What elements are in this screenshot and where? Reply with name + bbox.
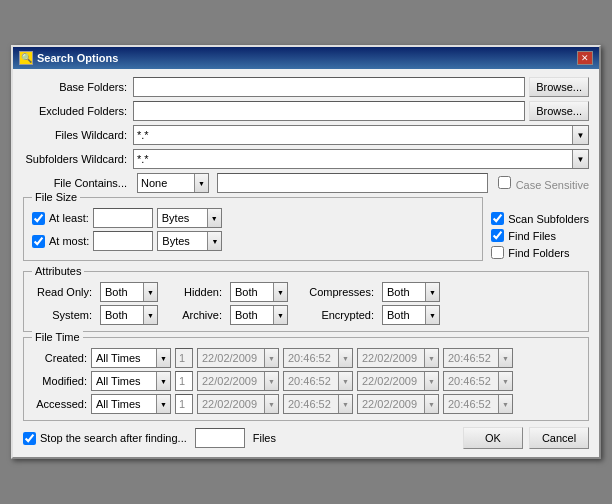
read-only-arrow[interactable]: ▼ [143, 283, 157, 301]
at-least-input[interactable]: 20 [93, 208, 153, 228]
contains-option-arrow[interactable]: ▼ [194, 174, 208, 192]
accessed-option-value: All Times [92, 398, 156, 410]
compresses-label: Compresses: [304, 286, 374, 298]
modified-time2-combo: 20:46:52 ▼ [443, 371, 513, 391]
excluded-folders-row: Excluded Folders: Browse... [23, 101, 589, 121]
at-most-label: At most: [49, 235, 89, 247]
created-row: Created: All Times ▼ 22/02/2009 ▼ 20:46:… [32, 348, 580, 368]
accessed-num-input [175, 394, 193, 414]
archive-arrow[interactable]: ▼ [273, 306, 287, 324]
subfolders-wildcard-combo[interactable]: *.* ▼ [133, 149, 589, 169]
accessed-option-combo[interactable]: All Times ▼ [91, 394, 171, 414]
system-arrow[interactable]: ▼ [143, 306, 157, 324]
files-wildcard-label: Files Wildcard: [23, 129, 133, 141]
file-size-section-label: File Size [32, 191, 80, 203]
scan-subfolders-checkbox[interactable] [491, 212, 504, 225]
find-files-row: Find Files [491, 229, 589, 242]
archive-label: Archive: [174, 309, 222, 321]
read-only-combo[interactable]: Both ▼ [100, 282, 158, 302]
at-most-unit-combo[interactable]: Bytes ▼ [157, 231, 222, 251]
stop-count-input[interactable]: 10000 [195, 428, 245, 448]
subfolders-wildcard-row: Subfolders Wildcard: *.* ▼ [23, 149, 589, 169]
at-least-checkbox[interactable] [32, 212, 45, 225]
modified-time1: 20:46:52 [284, 375, 338, 387]
stop-after-finding-checkbox[interactable] [23, 432, 36, 445]
accessed-time2-combo: 20:46:52 ▼ [443, 394, 513, 414]
dialog-icon: 🔍 [19, 51, 33, 65]
stop-after-finding-label: Stop the search after finding... [40, 432, 187, 444]
compresses-combo[interactable]: Both ▼ [382, 282, 440, 302]
modified-option-value: All Times [92, 375, 156, 387]
created-option-arrow[interactable]: ▼ [156, 349, 170, 367]
modified-date1-combo: 22/02/2009 ▼ [197, 371, 279, 391]
files-wildcard-row: Files Wildcard: *.* ▼ [23, 125, 589, 145]
created-option-combo[interactable]: All Times ▼ [91, 348, 171, 368]
modified-option-combo[interactable]: All Times ▼ [91, 371, 171, 391]
modified-time1-combo: 20:46:52 ▼ [283, 371, 353, 391]
attributes-section-label: Attributes [32, 265, 84, 277]
system-combo[interactable]: Both ▼ [100, 305, 158, 325]
created-time1: 20:46:52 [284, 352, 338, 364]
excluded-folders-browse-button[interactable]: Browse... [529, 101, 589, 121]
at-least-unit-arrow[interactable]: ▼ [207, 209, 221, 227]
find-files-checkbox[interactable] [491, 229, 504, 242]
close-button[interactable]: ✕ [577, 51, 593, 65]
at-most-unit-value: Bytes [158, 235, 207, 247]
at-most-row: At most: 50 Bytes ▼ [32, 231, 474, 251]
contains-option-value: None [138, 177, 194, 189]
created-time1-combo: 20:46:52 ▼ [283, 348, 353, 368]
find-folders-label: Find Folders [508, 247, 569, 259]
accessed-option-arrow[interactable]: ▼ [156, 395, 170, 413]
created-num-input [175, 348, 193, 368]
compresses-arrow[interactable]: ▼ [425, 283, 439, 301]
accessed-row: Accessed: All Times ▼ 22/02/2009 ▼ 20:46… [32, 394, 580, 414]
modified-option-arrow[interactable]: ▼ [156, 372, 170, 390]
created-date2-combo: 22/02/2009 ▼ [357, 348, 439, 368]
files-label: Files [253, 432, 276, 444]
file-size-section: File Size At least: 20 Bytes ▼ At most: [23, 197, 483, 261]
attr-row-2: System: Both ▼ Archive: Both ▼ Encrypted… [32, 305, 580, 325]
cancel-button[interactable]: Cancel [529, 427, 589, 449]
contains-text-input[interactable]: cache [217, 173, 488, 193]
excluded-folders-label: Excluded Folders: [23, 105, 133, 117]
accessed-date1-combo: 22/02/2009 ▼ [197, 394, 279, 414]
contains-option-combo[interactable]: None ▼ [137, 173, 209, 193]
accessed-time2: 20:46:52 [444, 398, 498, 410]
subfolders-wildcard-arrow[interactable]: ▼ [572, 150, 588, 168]
at-least-unit-combo[interactable]: Bytes ▼ [157, 208, 222, 228]
encrypted-label: Encrypted: [304, 309, 374, 321]
attributes-section: Attributes Read Only: Both ▼ Hidden: Bot… [23, 271, 589, 332]
files-wildcard-value: *.* [134, 129, 572, 141]
bottom-row: Stop the search after finding... 10000 F… [23, 427, 589, 449]
created-time2: 20:46:52 [444, 352, 498, 364]
base-folders-browse-button[interactable]: Browse... [529, 77, 589, 97]
search-options-dialog: 🔍 Search Options ✕ Base Folders: F:\temp… [11, 45, 601, 459]
created-time1-arrow: ▼ [338, 349, 352, 367]
encrypted-combo[interactable]: Both ▼ [382, 305, 440, 325]
files-wildcard-combo[interactable]: *.* ▼ [133, 125, 589, 145]
at-most-checkbox[interactable] [32, 235, 45, 248]
created-label: Created: [32, 352, 87, 364]
accessed-label: Accessed: [32, 398, 87, 410]
accessed-date2-combo: 22/02/2009 ▼ [357, 394, 439, 414]
archive-combo[interactable]: Both ▼ [230, 305, 288, 325]
base-folders-input[interactable]: F:\temp [133, 77, 525, 97]
ok-button[interactable]: OK [463, 427, 523, 449]
file-time-section: File Time Created: All Times ▼ 22/02/200… [23, 337, 589, 421]
hidden-combo[interactable]: Both ▼ [230, 282, 288, 302]
excluded-folders-input[interactable] [133, 101, 525, 121]
case-sensitive-checkbox[interactable] [498, 176, 511, 189]
files-wildcard-arrow[interactable]: ▼ [572, 126, 588, 144]
encrypted-value: Both [383, 309, 425, 321]
encrypted-arrow[interactable]: ▼ [425, 306, 439, 324]
created-date2: 22/02/2009 [358, 352, 424, 364]
hidden-arrow[interactable]: ▼ [273, 283, 287, 301]
find-folders-checkbox[interactable] [491, 246, 504, 259]
file-contains-row: File Contains... None ▼ cache Case Sensi… [23, 173, 589, 193]
at-most-input[interactable]: 50 [93, 231, 153, 251]
at-most-unit-arrow[interactable]: ▼ [207, 232, 221, 250]
at-least-row: At least: 20 Bytes ▼ [32, 208, 474, 228]
created-date1-combo: 22/02/2009 ▼ [197, 348, 279, 368]
scan-subfolders-label: Scan Subfolders [508, 213, 589, 225]
created-time2-combo: 20:46:52 ▼ [443, 348, 513, 368]
